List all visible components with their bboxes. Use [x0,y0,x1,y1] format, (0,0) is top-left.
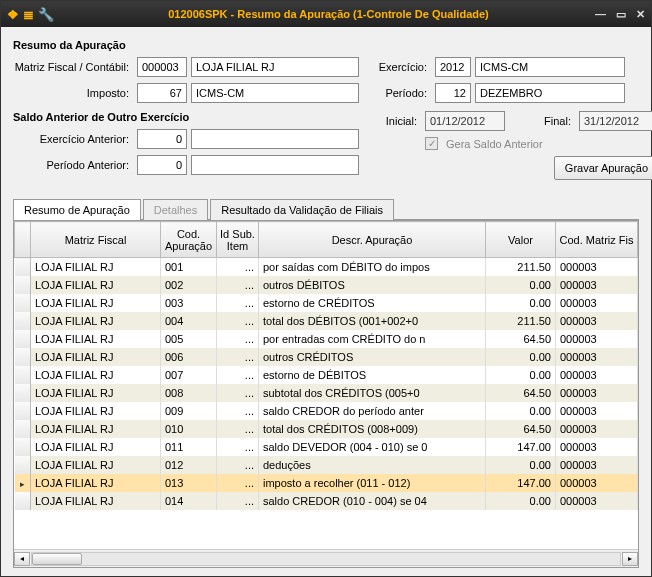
table-row[interactable]: LOJA FILIAL RJ013...imposto a recolher (… [15,474,638,492]
stack-icon[interactable]: ≣ [23,7,34,22]
row-header-cell[interactable] [15,438,31,456]
minimize-button[interactable]: — [595,8,606,21]
grid-col-valor[interactable]: Valor [486,222,556,258]
table-row[interactable]: LOJA FILIAL RJ005...por entradas com CRÉ… [15,330,638,348]
exercicio-ant-desc-input[interactable] [191,129,359,149]
cell-desc: outros DÉBITOS [259,276,486,294]
tab-detalhes: Detalhes [143,199,208,220]
scroll-right-button[interactable]: ▸ [622,552,638,566]
tab-resumo[interactable]: Resumo de Apuração [13,199,141,220]
cell-valor: 211.50 [486,312,556,330]
row-header-cell[interactable] [15,402,31,420]
scroll-left-button[interactable]: ◂ [14,552,30,566]
imposto-cod-input[interactable] [137,83,187,103]
cell-matriz: LOJA FILIAL RJ [31,402,161,420]
row-header-cell[interactable] [15,492,31,510]
row-header-cell[interactable] [15,312,31,330]
cell-matriz: LOJA FILIAL RJ [31,366,161,384]
cell-desc: por entradas com CRÉDITO do n [259,330,486,348]
periodo-ant-input[interactable] [137,155,187,175]
exercicio-cod-input[interactable] [435,57,471,77]
cell-cmf: 000003 [556,330,638,348]
titlebar[interactable]: ❖ ≣ 🔧 012006SPK - Resumo da Apuração (1-… [1,1,651,27]
matriz-cod-input[interactable] [137,57,187,77]
exercicio-ant-input[interactable] [137,129,187,149]
cell-cmf: 000003 [556,438,638,456]
grid-rowhead-header [15,222,31,258]
cell-cod: 006 [161,348,217,366]
imposto-nome-input[interactable] [191,83,359,103]
table-row[interactable]: LOJA FILIAL RJ001...por saídas com DÉBIT… [15,258,638,276]
cell-valor: 211.50 [486,258,556,276]
cell-sub: ... [217,294,259,312]
maximize-button[interactable]: ▭ [616,8,626,21]
scroll-thumb[interactable] [32,553,82,565]
matriz-nome-input[interactable] [191,57,359,77]
close-button[interactable]: ✕ [636,8,645,21]
table-row[interactable]: LOJA FILIAL RJ007...estorno de DÉBITOS0.… [15,366,638,384]
row-header-cell[interactable] [15,276,31,294]
data-final-input [579,111,652,131]
scroll-track[interactable] [31,552,621,566]
cell-desc: total dos DÉBITOS (001+002+0 [259,312,486,330]
cell-sub: ... [217,330,259,348]
table-row[interactable]: LOJA FILIAL RJ006...outros CRÉDITOS0.000… [15,348,638,366]
row-header-cell[interactable] [15,456,31,474]
table-row[interactable]: LOJA FILIAL RJ008...subtotal dos CRÉDITO… [15,384,638,402]
exercicio-nome-input[interactable] [475,57,625,77]
periodo-ant-desc-input[interactable] [191,155,359,175]
row-header-cell[interactable] [15,348,31,366]
table-row[interactable]: LOJA FILIAL RJ011...saldo DEVEDOR (004 -… [15,438,638,456]
cell-desc: total dos CRÉDITOS (008+009) [259,420,486,438]
row-header-cell[interactable] [15,474,31,492]
cell-matriz: LOJA FILIAL RJ [31,330,161,348]
label-exercicio-ant: Exercício Anterior: [13,133,133,145]
periodo-nome-input[interactable] [475,83,625,103]
grid-col-matriz[interactable]: Matriz Fiscal [31,222,161,258]
wrench-icon[interactable]: 🔧 [38,7,54,22]
cell-valor: 64.50 [486,330,556,348]
cell-valor: 147.00 [486,438,556,456]
grid-col-desc[interactable]: Descr. Apuração [259,222,486,258]
cell-valor: 0.00 [486,348,556,366]
row-header-cell[interactable] [15,294,31,312]
cell-desc: saldo CREDOR (010 - 004) se 04 [259,492,486,510]
table-row[interactable]: LOJA FILIAL RJ012...deduções0.00000003 [15,456,638,474]
table-row[interactable]: LOJA FILIAL RJ009...saldo CREDOR do perí… [15,402,638,420]
grid-hscrollbar[interactable]: ◂ ▸ [14,549,638,567]
cell-matriz: LOJA FILIAL RJ [31,294,161,312]
grid-col-cod[interactable]: Cod. Apuração [161,222,217,258]
cell-desc: deduções [259,456,486,474]
cell-cmf: 000003 [556,312,638,330]
data-inicial-input [425,111,505,131]
cell-matriz: LOJA FILIAL RJ [31,474,161,492]
cell-sub: ... [217,366,259,384]
row-header-cell[interactable] [15,258,31,276]
grid-col-sub[interactable]: Id Sub. Item [217,222,259,258]
apuracao-grid[interactable]: Matriz Fiscal Cod. Apuração Id Sub. Item… [14,221,638,510]
table-row[interactable]: LOJA FILIAL RJ004...total dos DÉBITOS (0… [15,312,638,330]
gera-saldo-checkbox: ✓ [425,137,438,150]
cell-desc: imposto a recolher (011 - 012) [259,474,486,492]
cell-cod: 001 [161,258,217,276]
periodo-cod-input[interactable] [435,83,471,103]
table-row[interactable]: LOJA FILIAL RJ014...saldo CREDOR (010 - … [15,492,638,510]
row-header-cell[interactable] [15,384,31,402]
cell-valor: 0.00 [486,294,556,312]
cell-valor: 64.50 [486,420,556,438]
cell-cod: 007 [161,366,217,384]
table-row[interactable]: LOJA FILIAL RJ002...outros DÉBITOS0.0000… [15,276,638,294]
cell-matriz: LOJA FILIAL RJ [31,492,161,510]
label-gera-saldo: Gera Saldo Anterior [446,138,543,150]
row-header-cell[interactable] [15,330,31,348]
table-row[interactable]: LOJA FILIAL RJ010...total dos CRÉDITOS (… [15,420,638,438]
grid-col-cmf[interactable]: Cod. Matriz Fis [556,222,638,258]
cell-sub: ... [217,492,259,510]
row-header-cell[interactable] [15,366,31,384]
row-header-cell[interactable] [15,420,31,438]
tab-resultado[interactable]: Resultado da Validação de Filiais [210,199,394,220]
table-row[interactable]: LOJA FILIAL RJ003...estorno de CRÉDITOS0… [15,294,638,312]
tree-icon[interactable]: ❖ [7,7,19,22]
gravar-apuracao-button[interactable]: Gravar Apuração [554,156,652,180]
cell-valor: 0.00 [486,456,556,474]
